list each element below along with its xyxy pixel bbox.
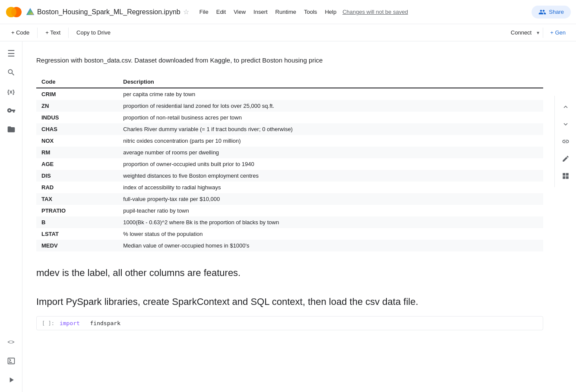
toolbar-right: Connect ▾ + Gen xyxy=(507,28,569,38)
import-text: Import PySpark libraries, create SparkCo… xyxy=(36,294,543,309)
table-row: RADindex of accessibility to radial high… xyxy=(36,182,543,193)
sidebar: ☰ {x} <> xyxy=(0,41,22,392)
content-area: Regression with boston_data.csv. Dataset… xyxy=(22,41,576,392)
table-cell-code: PTRATIO xyxy=(36,205,118,216)
table-row: TAXfull-value property-tax rate per $10,… xyxy=(36,193,543,205)
drive-icon xyxy=(26,8,35,16)
table-row: MEDVMedian value of owner-occupied homes… xyxy=(36,240,543,251)
table-cell-description: per capita crime rate by town xyxy=(118,88,543,100)
import-cell: Import PySpark libraries, create SparkCo… xyxy=(29,284,550,313)
copy-to-drive-button[interactable]: Copy to Drive xyxy=(72,28,115,38)
table-cell-code: CRIM xyxy=(36,88,118,100)
table-cell-description: Median value of owner-occupied homes in … xyxy=(118,240,543,251)
gen-button[interactable]: + Gen xyxy=(547,28,569,38)
table-cell-description: pupil-teacher ratio by town xyxy=(118,205,543,216)
colab-logo xyxy=(5,3,22,21)
menu-insert[interactable]: Insert xyxy=(250,7,271,17)
table-row: CHASCharles River dummy variable (= 1 if… xyxy=(36,123,543,135)
menu-bar: File Edit View Insert Runtime Tools Help… xyxy=(196,7,408,17)
table-cell-description: proportion of owner-occupied units built… xyxy=(118,158,543,170)
cell-toolbar xyxy=(554,96,576,187)
topbar: Boston_Housing_Spark_ML_Regression.ipynb… xyxy=(0,0,576,24)
table-cell-description: Charles River dummy variable (= 1 if tra… xyxy=(118,123,543,135)
sidebar-item-menu[interactable]: ☰ xyxy=(3,45,20,62)
edit-button[interactable] xyxy=(558,151,573,166)
table-cell-description: % lower status of the population xyxy=(118,228,543,240)
table-cell-description: average number of rooms per dwelling xyxy=(118,147,543,158)
table-cell-code: NOX xyxy=(36,135,118,147)
boston-table: Code Description CRIMper capita crime ra… xyxy=(36,76,543,251)
connect-chevron-icon[interactable]: ▾ xyxy=(537,30,539,36)
svg-point-2 xyxy=(6,7,16,17)
toolbar-separator xyxy=(37,28,38,38)
table-cell-code: TAX xyxy=(36,193,118,205)
menu-view[interactable]: View xyxy=(230,7,249,17)
table-row: PTRATIOpupil-teacher ratio by town xyxy=(36,205,543,216)
table-row: CRIMper capita crime rate by town xyxy=(36,88,543,100)
code-text: findspark xyxy=(83,320,120,326)
table-row: ZNproportion of residential land zoned f… xyxy=(36,100,543,112)
table-cell-code: AGE xyxy=(36,158,118,170)
sidebar-item-secrets[interactable] xyxy=(3,102,20,119)
table-body: CRIMper capita crime rate by townZNpropo… xyxy=(36,88,543,251)
move-down-button[interactable] xyxy=(558,116,573,132)
file-title-area: Boston_Housing_Spark_ML_Regression.ipynb… xyxy=(26,8,189,16)
topbar-right: Share xyxy=(532,6,571,19)
menu-edit[interactable]: Edit xyxy=(213,7,229,17)
sidebar-item-terminal[interactable] xyxy=(3,352,20,370)
toolbar-sep-right xyxy=(543,28,543,38)
description-cell: Regression with boston_data.csv. Dataset… xyxy=(29,48,550,72)
table-cell-code: RAD xyxy=(36,182,118,193)
table-cell-description: proportion of residential land zoned for… xyxy=(118,100,543,112)
menu-help[interactable]: Help xyxy=(321,7,340,17)
table-cell-description: nitric oxides concentration (parts per 1… xyxy=(118,135,543,147)
code-cell[interactable]: [ ]: import findspark xyxy=(36,316,543,330)
table-cell-description: index of accessibility to radial highway… xyxy=(118,182,543,193)
people-icon xyxy=(538,8,546,16)
svg-marker-4 xyxy=(27,9,34,15)
toolbar: + Code + Text Copy to Drive Connect ▾ + … xyxy=(0,24,576,41)
sidebar-item-variables[interactable]: {x} xyxy=(3,83,20,100)
col-header-description: Description xyxy=(118,76,543,88)
label-text: mdev is the label, all other columns are… xyxy=(36,265,543,280)
share-button[interactable]: Share xyxy=(532,6,571,19)
label-cell: mdev is the label, all other columns are… xyxy=(29,255,550,284)
table-cell-code: LSTAT xyxy=(36,228,118,240)
table-cell-code: INDUS xyxy=(36,112,118,123)
gen-label: + Gen xyxy=(550,29,566,36)
cell-number: [ ]: xyxy=(42,320,54,326)
sidebar-item-run[interactable] xyxy=(3,371,20,389)
grid-button[interactable] xyxy=(558,168,573,184)
menu-file[interactable]: File xyxy=(196,7,212,17)
connect-label: Connect xyxy=(511,29,532,36)
link-button[interactable] xyxy=(558,134,573,149)
table-cell-description: 1000(Bk - 0.63)^2 where Bk is the propor… xyxy=(118,216,543,228)
add-code-label: + Code xyxy=(11,29,29,36)
menu-runtime[interactable]: Runtime xyxy=(272,7,300,17)
table-cell-code: B xyxy=(36,216,118,228)
changes-notice: Changes will not be saved xyxy=(342,9,408,15)
star-icon[interactable]: ☆ xyxy=(183,8,189,16)
table-cell-code: RM xyxy=(36,147,118,158)
col-header-code: Code xyxy=(36,76,118,88)
table-cell-code: ZN xyxy=(36,100,118,112)
table-cell-code: DIS xyxy=(36,170,118,182)
table-cell-code: CHAS xyxy=(36,123,118,135)
add-text-label: + Text xyxy=(45,29,60,36)
file-title: Boston_Housing_Spark_ML_Regression.ipynb xyxy=(37,8,180,16)
table-row: INDUSproportion of non-retail business a… xyxy=(36,112,543,123)
table-row: DISweighted distances to five Boston emp… xyxy=(36,170,543,182)
sidebar-item-search[interactable] xyxy=(3,64,20,81)
table-row: LSTAT% lower status of the population xyxy=(36,228,543,240)
table-row: RMaverage number of rooms per dwelling xyxy=(36,147,543,158)
move-up-button[interactable] xyxy=(558,99,573,115)
table-cell-container: Code Description CRIMper capita crime ra… xyxy=(29,72,550,255)
menu-tools[interactable]: Tools xyxy=(301,7,320,17)
add-code-button[interactable]: + Code xyxy=(7,28,34,38)
code-cell-container: [ ]: import findspark xyxy=(29,313,550,334)
description-text: Regression with boston_data.csv. Dataset… xyxy=(36,52,543,69)
sidebar-item-code[interactable]: <> xyxy=(3,333,20,351)
connect-button[interactable]: Connect xyxy=(507,28,535,38)
add-text-button[interactable]: + Text xyxy=(41,28,65,38)
sidebar-item-files[interactable] xyxy=(3,121,20,138)
